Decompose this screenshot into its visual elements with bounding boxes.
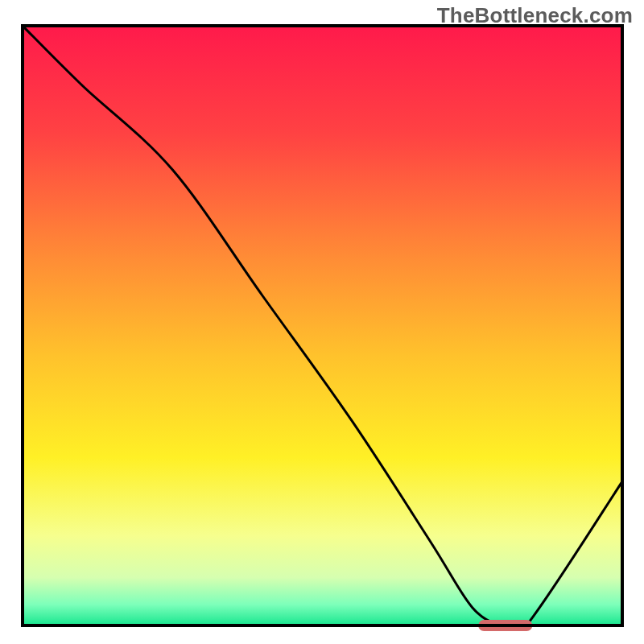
gradient-background [23, 26, 622, 625]
watermark-text: TheBottleneck.com [437, 3, 633, 28]
bottleneck-chart: TheBottleneck.com [0, 0, 644, 644]
chart-svg [0, 0, 644, 644]
